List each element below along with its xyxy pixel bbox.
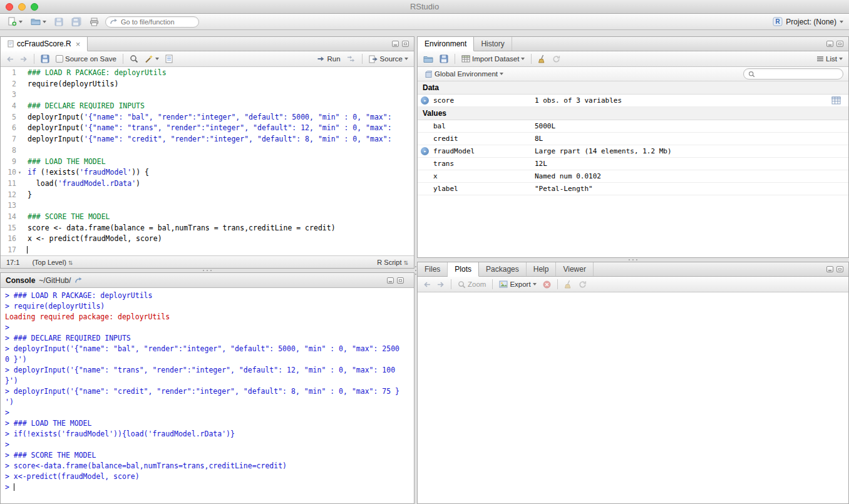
code-line[interactable]: 15▾ score <- data.frame(balance = bal,nu… — [1, 223, 414, 234]
load-workspace-button[interactable] — [421, 54, 435, 64]
tab-plots[interactable]: Plots — [448, 262, 479, 277]
source-statusbar: 17:1 (Top Level)⇅ R Script⇅ — [1, 255, 414, 268]
code-line[interactable]: 13▾ — [1, 200, 414, 212]
project-menu-button[interactable]: R Project: (None) — [773, 17, 843, 26]
environment-search-input[interactable] — [758, 70, 838, 78]
tab-files[interactable]: Files — [418, 262, 448, 276]
find-replace-button[interactable] — [128, 54, 140, 64]
list-view-button[interactable]: List — [815, 54, 845, 63]
rerun-button[interactable] — [345, 54, 358, 63]
minimize-window-button[interactable] — [18, 3, 26, 11]
import-dataset-button[interactable]: Import Dataset — [460, 54, 527, 63]
environment-row[interactable]: ▸ credit 8L — [418, 133, 848, 145]
open-file-button[interactable] — [29, 17, 48, 26]
line-number: 4 — [1, 101, 16, 112]
export-plot-button[interactable]: Export — [497, 280, 538, 289]
expand-icon[interactable]: ▸ — [421, 147, 429, 155]
forward-button[interactable] — [18, 55, 29, 63]
save-all-button[interactable] — [69, 16, 83, 27]
print-button[interactable] — [88, 17, 101, 27]
maximize-pane-icon[interactable] — [836, 41, 843, 47]
back-button[interactable] — [4, 55, 16, 63]
source-on-save-checkbox[interactable]: Source on Save — [54, 54, 118, 63]
zoom-plot-button[interactable]: Zoom — [456, 280, 488, 289]
updown-arrows-icon: ⇅ — [403, 260, 408, 266]
code-line[interactable]: 6▾ deployrInput('{"name": "trans", "rend… — [1, 123, 414, 134]
environment-row[interactable]: ▸ trans 12L — [418, 158, 848, 170]
goto-file-search[interactable] — [105, 16, 199, 28]
code-tools-button[interactable] — [143, 54, 161, 64]
environment-search[interactable] — [743, 68, 843, 80]
clear-plots-button[interactable] — [562, 279, 574, 289]
scope-selector[interactable]: (Top Level)⇅ — [32, 259, 73, 266]
next-plot-button[interactable] — [435, 280, 446, 289]
tab-history[interactable]: History — [474, 37, 512, 51]
checkbox-icon[interactable] — [56, 55, 63, 63]
remove-plot-button[interactable] — [541, 280, 553, 289]
close-tab-icon[interactable]: × — [76, 40, 81, 48]
refresh-plots-button[interactable] — [577, 280, 589, 289]
source-button[interactable]: Source — [367, 54, 410, 64]
global-environment-selector[interactable]: Global Environment — [423, 69, 505, 79]
maximize-pane-icon[interactable] — [397, 277, 404, 284]
minimize-pane-icon[interactable] — [826, 266, 833, 272]
new-file-button[interactable] — [6, 16, 24, 27]
view-data-icon[interactable] — [831, 96, 841, 105]
code-line[interactable]: 16▾ x <- predict(fraudModel, score) — [1, 234, 414, 245]
close-window-button[interactable] — [6, 3, 13, 11]
code-line[interactable]: 12▾ } — [1, 190, 414, 201]
tab-viewer[interactable]: Viewer — [556, 262, 593, 276]
save-workspace-button[interactable] — [438, 54, 450, 64]
save-button[interactable] — [53, 17, 65, 27]
tab-environment[interactable]: Environment — [418, 37, 474, 51]
save-source-button[interactable] — [39, 54, 51, 64]
file-type-selector[interactable]: R Script⇅ — [377, 259, 408, 266]
code-line[interactable]: 4▾ ### DECLARE REQUIRED INPUTS — [1, 101, 414, 112]
project-label: Project: (None) — [786, 18, 836, 26]
clear-environment-button[interactable] — [536, 54, 548, 64]
run-button[interactable]: Run — [315, 54, 342, 63]
refresh-environment-button[interactable] — [550, 54, 562, 64]
goto-file-input[interactable] — [121, 18, 194, 26]
code-line[interactable]: 8▾ — [1, 145, 414, 157]
previous-plot-button[interactable] — [421, 280, 433, 289]
code-line[interactable]: 10▾ if (!exists('fraudModel')) { — [1, 167, 414, 178]
code-line[interactable]: 5▾ deployrInput('{"name": "bal", "render… — [1, 112, 414, 123]
environment-row[interactable]: ▸ ylabel "Petal-Length" — [418, 183, 848, 195]
code-line[interactable]: 2▾ require(deployrUtils) — [1, 79, 414, 90]
code-line[interactable]: 17▾ — [1, 245, 414, 255]
minimize-pane-icon[interactable] — [826, 41, 833, 47]
maximize-pane-icon[interactable] — [836, 266, 843, 272]
code-line[interactable]: 9▾ ### LOAD THE MODEL — [1, 157, 414, 168]
environment-row[interactable]: ▸ score 1 obs. of 3 variables — [418, 95, 848, 107]
source-tab[interactable]: ccFraudScore.R × — [1, 37, 88, 51]
open-in-window-icon[interactable] — [75, 277, 83, 284]
tab-help[interactable]: Help — [527, 262, 557, 276]
minimize-pane-icon[interactable] — [387, 277, 394, 284]
code-line[interactable]: 7▾ deployrInput('{"name": "credit", "ren… — [1, 134, 414, 145]
magic-wand-icon — [145, 54, 153, 63]
console-line: > deployrInput('{"name": "bal", "render"… — [5, 344, 409, 354]
refresh-icon — [552, 55, 560, 63]
code-line[interactable]: 1▾ ### LOAD R PACKAGE: deployrUtils — [1, 68, 414, 79]
environment-row[interactable]: ▸ x Named num 0.0102 — [418, 170, 848, 183]
minimize-pane-icon[interactable] — [392, 41, 399, 47]
code-line[interactable]: 3▾ — [1, 90, 414, 101]
console-line: > if(!exists('fraudModel')){load('fraudM… — [5, 429, 409, 440]
source-pane: ccFraudScore.R × — [0, 36, 414, 269]
code-line[interactable]: 11▾ load('fraudModel.rData') — [1, 178, 414, 190]
tab-packages[interactable]: Packages — [479, 262, 527, 276]
environment-row[interactable]: ▸ fraudModel Large rpart (14 elements, 1… — [418, 145, 848, 158]
code-line[interactable]: 14▾ ### SCORE THE MODEL — [1, 212, 414, 223]
image-icon — [499, 280, 508, 288]
fold-arrow-icon[interactable]: ▾ — [16, 167, 23, 178]
line-number: 12 — [1, 190, 16, 201]
code-editor[interactable]: 1▾ ### LOAD R PACKAGE: deployrUtils 2▾ r… — [1, 67, 414, 255]
broom-icon — [538, 54, 546, 63]
zoom-window-button[interactable] — [31, 3, 38, 11]
console-output[interactable]: > ### LOAD R PACKAGE: deployrUtils > req… — [1, 288, 414, 503]
compile-notebook-button[interactable] — [163, 54, 175, 64]
expand-icon[interactable]: ▸ — [421, 96, 429, 105]
maximize-pane-icon[interactable] — [402, 41, 409, 47]
environment-row[interactable]: ▸ bal 5000L — [418, 120, 848, 133]
